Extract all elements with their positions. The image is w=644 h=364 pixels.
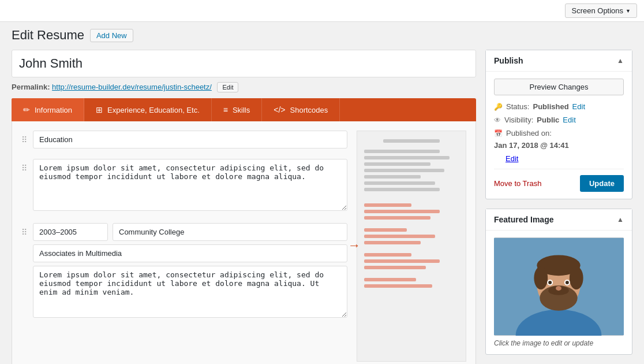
tab-shortcodes-label: Shortcodes	[290, 106, 328, 114]
svg-point-8	[570, 266, 583, 289]
preview-arrow: →	[348, 238, 361, 253]
preview-gap	[364, 222, 459, 228]
preview-red-line	[364, 266, 426, 269]
education-detail-row: ⠿ Lorem ipsum dolor sit amet, consectetu…	[21, 223, 347, 323]
visibility-value: Public	[537, 116, 559, 124]
permalink-edit-button[interactable]: Edit	[217, 82, 238, 92]
status-value: Published	[533, 102, 568, 111]
preview-line	[364, 181, 435, 185]
preview-red-line	[364, 284, 432, 288]
preview-line	[364, 156, 450, 159]
publish-actions: Move to Trash Update	[494, 169, 624, 192]
tabs-bar: ✏ Information ⊞ Experience, Education, E…	[12, 98, 476, 121]
education-title-input[interactable]	[33, 131, 347, 148]
add-new-button[interactable]: Add New	[90, 29, 133, 42]
publish-toggle-icon[interactable]: ▲	[617, 57, 624, 65]
svg-point-13	[556, 286, 561, 291]
date-input[interactable]	[33, 223, 108, 241]
tab-information[interactable]: ✏ Information	[12, 98, 84, 121]
status-label: Status:	[506, 102, 529, 111]
content-with-preview: ⠿ ⠿ Lorem ipsum dolor sit amet, consecte…	[21, 131, 466, 362]
tab-experience-label: Experience, Education, Etc.	[107, 106, 200, 114]
preview-line	[364, 162, 430, 166]
move-to-trash-link[interactable]: Move to Trash	[494, 179, 541, 188]
preview-highlighted-section: →	[364, 203, 459, 288]
permalink-label: Permalink:	[12, 83, 50, 91]
list-icon: ≡	[223, 105, 228, 114]
publish-panel-header: Publish ▲	[486, 50, 632, 72]
main-layout: Permalink: http://resume-builder.dev/res…	[0, 43, 644, 364]
calendar-icon: 📅	[494, 129, 503, 138]
body-text-1-row: ⠿ Lorem ipsum dolor sit amet, consectetu…	[21, 159, 347, 216]
preview-red-line	[364, 259, 440, 263]
publish-panel-title: Publish	[494, 56, 523, 65]
tab-skills[interactable]: ≡ Skills	[212, 98, 263, 121]
page-title: Edit Resume	[12, 28, 84, 43]
degree-input[interactable]	[33, 244, 347, 262]
preview-line	[364, 175, 421, 179]
publish-panel-body: Preview Changes 🔑 Status: Published Edit…	[486, 72, 632, 199]
visibility-edit-link[interactable]: Edit	[563, 116, 575, 124]
tab-experience[interactable]: ⊞ Experience, Education, Etc.	[84, 98, 212, 121]
visibility-label: Visibility:	[504, 116, 533, 124]
preview-gap	[364, 272, 459, 278]
svg-point-10	[548, 281, 552, 284]
panel-content: ⠿ ⠿ Lorem ipsum dolor sit amet, consecte…	[12, 121, 476, 364]
preview-gap	[364, 247, 459, 253]
date-institution-row	[33, 223, 347, 241]
person-svg	[494, 237, 624, 336]
preview-line	[364, 188, 440, 191]
published-date-edit-row: Edit	[506, 154, 624, 163]
featured-image-panel: Featured Image ▲	[485, 209, 632, 355]
status-edit-link[interactable]: Edit	[572, 102, 585, 111]
top-bar: Screen Options	[0, 0, 644, 22]
preview-red-line	[364, 253, 411, 257]
update-button[interactable]: Update	[580, 175, 624, 192]
institution-input[interactable]	[113, 223, 347, 241]
permalink-url[interactable]: http://resume-builder.dev/resume/justin-…	[52, 83, 212, 91]
pencil-icon: ✏	[23, 105, 30, 114]
fields-column: ⠿ ⠿ Lorem ipsum dolor sit amet, consecte…	[21, 131, 347, 362]
preview-gap	[364, 194, 459, 203]
eye-icon: 👁	[494, 116, 501, 124]
featured-image-panel-body: Click the image to edit or update	[486, 231, 632, 354]
preview-line	[364, 150, 440, 153]
drag-handle-3[interactable]: ⠿	[21, 223, 27, 237]
published-date-value: Jan 17, 2018 @ 14:41	[494, 141, 569, 150]
preview-red-line	[364, 216, 430, 220]
featured-image[interactable]	[494, 237, 624, 336]
preview-red-line	[364, 210, 440, 213]
tab-information-label: Information	[35, 106, 72, 114]
tab-shortcodes[interactable]: </> Shortcodes	[262, 98, 340, 121]
sidebar: Publish ▲ Preview Changes 🔑 Status: Publ…	[485, 50, 632, 364]
featured-image-caption: Click the image to edit or update	[494, 339, 624, 347]
body-text-1-group: Lorem ipsum dolor sit amet, consectetur …	[33, 159, 347, 216]
drag-handle-1[interactable]: ⠿	[21, 131, 27, 144]
published-date-row: 📅 Published on: Jan 17, 2018 @ 14:41	[494, 129, 624, 150]
preview-column: →	[357, 131, 466, 362]
preview-red-line	[364, 278, 416, 281]
preview-line	[383, 139, 440, 143]
featured-image-panel-header: Featured Image ▲	[486, 209, 632, 231]
svg-point-12	[566, 281, 569, 284]
tab-skills-label: Skills	[233, 106, 250, 114]
status-row: 🔑 Status: Published Edit	[494, 102, 624, 111]
preview-red-line	[364, 203, 411, 207]
page-header: Edit Resume Add New	[0, 22, 644, 43]
screen-options-button[interactable]: Screen Options	[565, 3, 637, 18]
featured-image-toggle-icon[interactable]: ▲	[617, 216, 624, 224]
body-textarea-2[interactable]: Lorem ipsum dolor sit amet, consectetur …	[33, 266, 347, 318]
body-textarea-1[interactable]: Lorem ipsum dolor sit amet, consectetur …	[33, 159, 347, 211]
preview-box: →	[357, 131, 466, 362]
preview-red-line	[364, 235, 435, 238]
education-section-row: ⠿	[21, 131, 347, 152]
drag-handle-2[interactable]: ⠿	[21, 159, 27, 173]
resume-title-input[interactable]	[12, 50, 476, 77]
preview-changes-button[interactable]: Preview Changes	[494, 79, 624, 95]
education-field-group	[33, 131, 347, 152]
preview-line	[364, 169, 444, 172]
key-icon: 🔑	[494, 103, 503, 111]
preview-red-line	[364, 228, 407, 232]
published-on-label: Published on:	[506, 129, 552, 138]
published-date-edit-link[interactable]: Edit	[506, 154, 518, 163]
